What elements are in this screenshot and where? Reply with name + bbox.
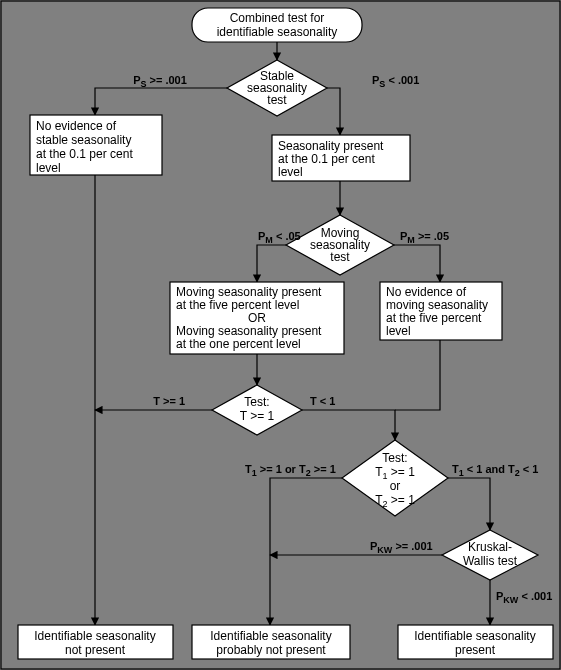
om2: probably not present [216,643,326,657]
ls1: No evidence of [36,119,117,133]
om1: Identifiable seasonality [210,629,331,643]
ol2: not present [65,643,126,657]
or1: Identifiable seasonality [414,629,535,643]
t2l3: T2 >= 1 [375,493,415,509]
kw-l2: Wallis test [463,554,518,568]
t2a: Test: [382,451,407,465]
rs2: at the 0.1 per cent [278,152,375,166]
mv3: test [330,250,350,264]
ml3: OR [248,311,266,325]
title-line2: identifiable seasonality [217,25,338,39]
mr2: moving seasonality [386,298,488,312]
kw-l1: Kruskal- [468,540,512,554]
ls2: stable seasonality [36,133,131,147]
ls3: at the 0.1 per cent [36,147,133,161]
edge-t-lt1-lbl: T < 1 [310,395,335,407]
edge-t-ge1-lbl: T >= 1 [153,395,185,407]
ml2: at the five percent level [176,298,299,312]
ml4: Moving seasonality present [176,324,322,338]
ol1: Identifiable seasonality [34,629,155,643]
t1a: Test: [244,395,269,409]
ml1: Moving seasonality present [176,285,322,299]
rs1: Seasonality present [278,139,384,153]
mr3: at the five percent [386,311,482,325]
t2l2: or [390,479,401,493]
t1b: T >= 1 [240,409,275,423]
ml5: at the one percent level [176,337,301,351]
rs3: level [278,165,303,179]
title-line1: Combined test for [230,11,325,25]
stable-l3: test [267,93,287,107]
mr1: No evidence of [386,285,467,299]
ls4: level [36,161,61,175]
or2: present [455,643,496,657]
mr4: level [386,324,411,338]
